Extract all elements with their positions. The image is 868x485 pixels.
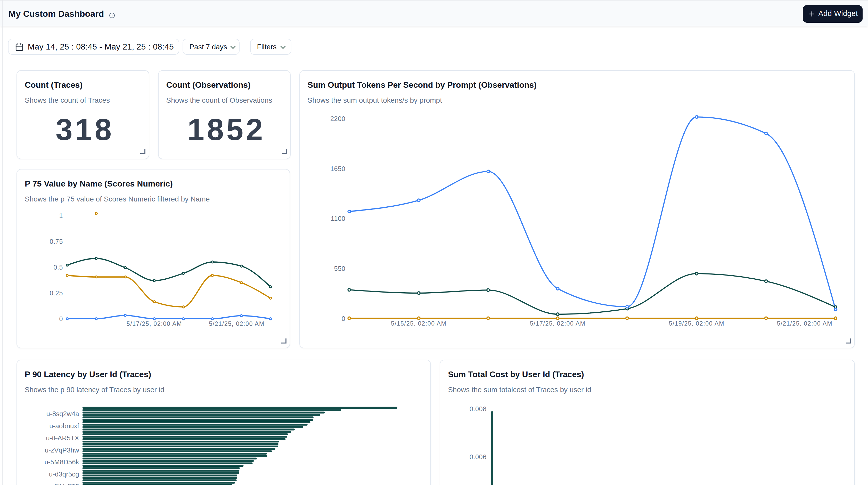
svg-text:2200: 2200	[330, 115, 345, 122]
svg-text:5/21/25, 02:00 AM: 5/21/25, 02:00 AM	[777, 320, 832, 327]
svg-text:u-8fVa9T3: u-8fVa9T3	[48, 482, 79, 485]
svg-text:u-aobnuxf: u-aobnuxf	[49, 422, 79, 430]
svg-text:0.25: 0.25	[50, 290, 63, 297]
svg-text:5/15/25, 02:00 AM: 5/15/25, 02:00 AM	[391, 320, 446, 327]
svg-text:5/21/25, 02:00 AM: 5/21/25, 02:00 AM	[209, 321, 264, 327]
svg-text:u-d3qr5cg: u-d3qr5cg	[49, 470, 79, 478]
svg-text:550: 550	[334, 265, 345, 272]
svg-text:5/19/25, 02:00 AM: 5/19/25, 02:00 AM	[669, 320, 724, 327]
svg-text:u-tFAR5TX: u-tFAR5TX	[46, 434, 79, 442]
svg-text:1650: 1650	[330, 165, 345, 172]
svg-text:0.75: 0.75	[50, 238, 63, 245]
svg-text:0.008: 0.008	[470, 405, 487, 413]
svg-text:5/17/25, 02:00 AM: 5/17/25, 02:00 AM	[127, 321, 182, 327]
svg-text:0.006: 0.006	[470, 453, 487, 460]
svg-text:1: 1	[59, 212, 63, 219]
svg-text:u-5M8D56k: u-5M8D56k	[44, 458, 79, 466]
svg-text:u-zVqP3hw: u-zVqP3hw	[45, 446, 79, 454]
svg-text:1100: 1100	[331, 215, 345, 222]
svg-text:5/17/25, 02:00 AM: 5/17/25, 02:00 AM	[530, 320, 585, 327]
svg-text:0: 0	[341, 315, 345, 322]
svg-text:0: 0	[59, 315, 63, 323]
svg-text:u-8sq2w4a: u-8sq2w4a	[46, 410, 79, 418]
svg-text:0.5: 0.5	[53, 264, 63, 271]
